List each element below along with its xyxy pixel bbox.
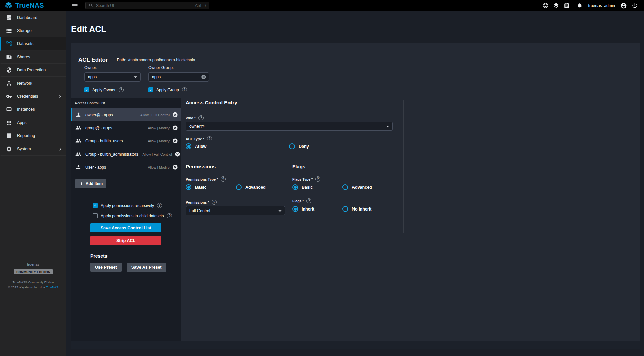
owner-field-group: Owner: apps ✓ Apply Owner ? [84, 65, 141, 92]
acl-editor-header: ACL Editor Path: /mnt/monero-pool/monero… [78, 57, 195, 63]
acl-entry-who: Group - builtin_users [85, 139, 123, 143]
sidebar-item-data-protection[interactable]: Data Protection [0, 64, 66, 77]
add-item-button[interactable]: Add Item [75, 179, 106, 188]
feedback-icon[interactable] [542, 2, 549, 9]
help-icon[interactable]: ? [119, 87, 124, 92]
group-icon [75, 125, 81, 131]
owner-group-input[interactable]: apps [148, 72, 209, 82]
acl-entry-row[interactable]: Group - builtin_users Allow | Modify [71, 134, 181, 148]
checkbox-unchecked-icon[interactable] [93, 213, 98, 218]
use-preset-button[interactable]: Use Preset [90, 263, 122, 272]
permissions-type-label: Permissions Type * ? [186, 176, 226, 182]
owner-select[interactable]: apps [84, 72, 141, 82]
acl-type-allow-radio[interactable]: Allow [186, 143, 206, 149]
sidebar-item-label: Dashboard [17, 15, 37, 20]
who-label-text: Who * [186, 116, 196, 120]
radio-label: Basic [195, 185, 206, 190]
sidebar-item-shares[interactable]: Shares [0, 51, 66, 64]
acl-entry-meta: Allow | Modify [148, 164, 178, 170]
apply-group-checkbox-row[interactable]: ✓ Apply Group ? [148, 87, 209, 92]
acl-entry-who: Group - builtin_administrators [85, 152, 138, 157]
help-icon[interactable]: ? [306, 198, 311, 203]
sidebar-item-system[interactable]: System [0, 142, 66, 156]
help-icon[interactable]: ? [157, 203, 162, 208]
help-icon[interactable]: ? [182, 87, 187, 92]
help-icon[interactable]: ? [212, 200, 217, 205]
who-select[interactable]: owner@ [186, 122, 393, 131]
sidebar-item-label: System [17, 147, 31, 151]
help-icon[interactable]: ? [167, 213, 172, 218]
help-icon[interactable]: ? [207, 136, 212, 141]
delete-entry-icon[interactable] [175, 151, 180, 157]
radio-icon [342, 184, 348, 190]
topbar-actions: truenas_admin [542, 2, 644, 9]
notifications-icon[interactable] [577, 2, 583, 9]
sidebar-item-storage[interactable]: Storage [0, 24, 66, 37]
sidebar-item-dashboard[interactable]: Dashboard [0, 11, 66, 24]
save-as-preset-button[interactable]: Save As Preset [127, 263, 166, 272]
acl-entry-row[interactable]: User - apps Allow | Modify [71, 161, 181, 174]
permissions-type-advanced-radio[interactable]: Advanced [236, 184, 266, 190]
sidebar-item-datasets[interactable]: Datasets [0, 37, 66, 51]
search-input[interactable] [96, 3, 193, 8]
apply-recursive-checkbox-row[interactable]: ✓ Apply permissions recursively ? [90, 203, 181, 208]
checkbox-checked-icon[interactable]: ✓ [93, 203, 98, 208]
layers-icon[interactable] [553, 2, 559, 9]
account-icon[interactable] [620, 2, 627, 9]
acl-editor-heading: ACL Editor [78, 57, 108, 63]
checkbox-checked-icon[interactable]: ✓ [148, 87, 153, 92]
flags-inherit-radio[interactable]: Inherit [292, 206, 314, 212]
checkbox-checked-icon[interactable]: ✓ [84, 87, 89, 92]
radio-icon [292, 184, 298, 190]
acl-entry-permission: Allow | Modify [148, 126, 170, 130]
acl-entry-permission: Allow | Modify [148, 139, 170, 143]
shares-icon [6, 54, 12, 60]
acl-actions: ✓ Apply permissions recursively ? Apply … [71, 203, 181, 272]
apply-recursive-label: Apply permissions recursively [101, 203, 154, 208]
help-icon[interactable]: ? [198, 115, 204, 120]
power-icon[interactable] [632, 2, 638, 9]
reporting-icon [6, 133, 12, 139]
menu-icon[interactable] [71, 2, 78, 9]
ace-heading: Access Control Entry [186, 100, 237, 105]
network-icon [6, 80, 12, 86]
truenas-link[interactable]: TrueNAS [46, 286, 58, 289]
flags-type-advanced-radio[interactable]: Advanced [342, 184, 372, 190]
permissions-type-basic-radio[interactable]: Basic [186, 184, 206, 190]
sidebar-item-reporting[interactable]: Reporting [0, 129, 66, 142]
clear-icon[interactable] [201, 74, 206, 80]
delete-entry-icon[interactable] [172, 112, 178, 118]
system-icon [6, 146, 12, 152]
acl-entry-row[interactable]: Group - builtin_administrators Allow | F… [71, 148, 181, 161]
save-access-control-list-button[interactable]: Save Access Control List [90, 223, 161, 232]
sidebar-item-network[interactable]: Network [0, 77, 66, 90]
acl-entry-permission: Allow | Full Control [142, 152, 172, 156]
help-icon[interactable]: ? [221, 176, 226, 182]
delete-entry-icon[interactable] [172, 164, 178, 170]
search-icon [89, 3, 94, 8]
owner-group-field-group: Owner Group: apps ✓ Apply Group ? [148, 65, 209, 92]
acl-entry-row[interactable]: owner@ - apps Allow | Full Control [71, 108, 181, 121]
delete-entry-icon[interactable] [172, 125, 178, 131]
acl-entry-row[interactable]: group@ - apps Allow | Modify [71, 121, 181, 134]
access-control-entry-pane: Access Control Entry Who * ? owner@ ACL … [181, 98, 640, 341]
jobs-icon[interactable] [564, 3, 570, 9]
sidebar-item-label: Reporting [17, 133, 35, 138]
flags-type-basic-radio[interactable]: Basic [292, 184, 313, 190]
permissions-section-heading: Permissions [186, 164, 216, 169]
apply-owner-checkbox-row[interactable]: ✓ Apply Owner ? [84, 87, 141, 92]
help-icon[interactable]: ? [315, 176, 320, 182]
radio-icon [289, 143, 295, 149]
sidebar-item-instances[interactable]: Instances [0, 103, 66, 116]
sidebar-item-label: Storage [17, 28, 32, 33]
dataset-path: Path: /mnt/monero-pool/monero-blockchain [117, 58, 195, 62]
permissions-select[interactable]: Full Control [186, 206, 285, 215]
sidebar-item-apps[interactable]: Apps [0, 116, 66, 129]
flags-no-inherit-radio[interactable]: No Inherit [342, 206, 371, 212]
sidebar-item-credentials[interactable]: Credentials [0, 90, 66, 103]
delete-entry-icon[interactable] [172, 138, 178, 144]
acl-type-deny-radio[interactable]: Deny [289, 143, 309, 149]
radio-label: Allow [195, 144, 206, 149]
strip-acl-button[interactable]: Strip ACL [90, 236, 161, 245]
apply-child-datasets-checkbox-row[interactable]: Apply permissions to child datasets ? [90, 213, 181, 218]
